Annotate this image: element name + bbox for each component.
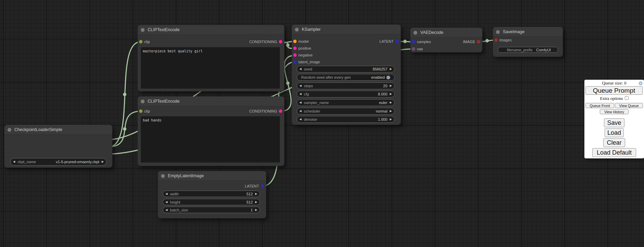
- node-title-bar[interactable]: CLIPTextEncode: [138, 25, 284, 35]
- decrement-arrow-icon[interactable]: [163, 201, 170, 204]
- widget-label: cfg: [304, 92, 309, 96]
- node-title-bar[interactable]: SaveImage: [493, 27, 563, 37]
- increment-arrow-icon[interactable]: [253, 201, 260, 204]
- model-port-icon[interactable]: [293, 40, 297, 43]
- decrement-arrow-icon[interactable]: [297, 93, 304, 95]
- queue-size-label: Queue size:: [602, 80, 623, 86]
- increment-arrow-icon[interactable]: [253, 209, 260, 211]
- load-default-button[interactable]: Load Default: [592, 148, 636, 157]
- decrement-arrow-icon[interactable]: [297, 118, 304, 121]
- increment-arrow-icon[interactable]: [387, 118, 394, 121]
- increment-arrow-icon[interactable]: [387, 68, 394, 70]
- image-port-icon[interactable]: [477, 40, 480, 43]
- collapse-dot-icon[interactable]: [295, 28, 299, 31]
- collapse-dot-icon[interactable]: [413, 31, 417, 35]
- batch-size-widget[interactable]: batch_size 1: [163, 207, 260, 213]
- clear-button[interactable]: Clear: [603, 138, 625, 147]
- increment-arrow-icon[interactable]: [387, 84, 394, 87]
- decrement-arrow-icon[interactable]: [297, 110, 304, 113]
- queue-front-button[interactable]: Queue Front: [585, 103, 614, 108]
- denoise-widget[interactable]: denoise 1.000: [297, 116, 395, 123]
- node-title: CLIPTextEncode: [148, 99, 179, 104]
- node-empty-latent-image[interactable]: EmptyLatentImage LATENT width 512 height…: [158, 171, 266, 218]
- node-title: KSampler: [302, 27, 321, 32]
- cfg-widget[interactable]: cfg 8.000: [297, 91, 395, 98]
- collapse-dot-icon[interactable]: [141, 28, 145, 32]
- node-checkpoint-loader-simple[interactable]: CheckpointLoaderSimple MODEL CLIP VAE ck…: [4, 125, 112, 168]
- node-clip-text-encode-negative[interactable]: CLIPTextEncode clip CONDITIONING bad han…: [138, 96, 284, 166]
- settings-gear-icon[interactable]: ⚙: [639, 80, 643, 87]
- latent-port-icon[interactable]: [261, 184, 264, 188]
- image-port-icon[interactable]: [494, 38, 498, 42]
- link-midpoint-dot: [286, 81, 289, 85]
- increment-arrow-icon[interactable]: [387, 93, 394, 95]
- widget-label: width: [170, 192, 179, 196]
- filename-prefix-widget[interactable]: filename_prefix ComfyUI: [498, 47, 558, 53]
- node-title-bar[interactable]: CheckpointLoaderSimple: [4, 125, 112, 135]
- decrement-arrow-icon[interactable]: [163, 193, 170, 195]
- input-vae: vae: [410, 47, 423, 51]
- prompt-textarea[interactable]: masterpiece best quality girl: [141, 47, 280, 89]
- scheduler-widget[interactable]: scheduler normal: [297, 108, 395, 115]
- link-midpoint-dot: [403, 40, 407, 43]
- view-history-button[interactable]: View History: [600, 109, 629, 114]
- increment-arrow-icon[interactable]: [99, 160, 106, 163]
- node-vae-decode[interactable]: VAEDecode samples vae IMAGE: [410, 28, 482, 52]
- save-button[interactable]: Save: [604, 118, 624, 127]
- conditioning-port-icon[interactable]: [279, 109, 282, 113]
- widget-label: scheduler: [304, 109, 320, 113]
- decrement-arrow-icon[interactable]: [11, 160, 17, 163]
- node-title-bar[interactable]: CLIPTextEncode: [138, 96, 284, 106]
- seed-widget[interactable]: seed 8566257: [297, 66, 395, 73]
- port-label: CONDITIONING: [249, 40, 277, 44]
- conditioning-port-icon[interactable]: [279, 40, 282, 43]
- node-save-image[interactable]: SaveImage images filename_prefix ComfyUI: [493, 27, 563, 57]
- widget-value: 512: [179, 192, 253, 196]
- view-queue-button[interactable]: View Queue: [615, 103, 643, 108]
- clip-port-icon[interactable]: [139, 109, 143, 113]
- node-clip-text-encode-positive[interactable]: CLIPTextEncode clip CONDITIONING masterp…: [138, 25, 284, 91]
- sampler-name-widget[interactable]: sampler_name euler: [297, 99, 395, 106]
- collapse-dot-icon[interactable]: [141, 100, 145, 103]
- conditioning-port-icon[interactable]: [293, 47, 297, 50]
- queue-prompt-button[interactable]: Queue Prompt: [585, 86, 643, 95]
- height-widget[interactable]: height 512: [163, 199, 260, 205]
- latent-port-icon[interactable]: [412, 40, 415, 43]
- extra-options-checkbox[interactable]: [625, 96, 629, 100]
- node-title-bar[interactable]: VAEDecode: [410, 28, 482, 38]
- node-title: CLIPTextEncode: [148, 27, 179, 32]
- widget-label: ckpt_name: [17, 160, 36, 164]
- collapse-dot-icon[interactable]: [496, 30, 500, 34]
- node-title-bar[interactable]: KSampler: [292, 25, 401, 35]
- collapse-dot-icon[interactable]: [8, 128, 11, 132]
- increment-arrow-icon[interactable]: [387, 101, 394, 104]
- steps-widget[interactable]: steps 20: [297, 82, 395, 89]
- latent-port-icon[interactable]: [395, 40, 399, 43]
- decrement-arrow-icon[interactable]: [297, 68, 304, 70]
- width-widget[interactable]: width 512: [163, 191, 260, 197]
- graph-canvas[interactable]: CheckpointLoaderSimple MODEL CLIP VAE ck…: [0, 0, 644, 247]
- ckpt-name-widget[interactable]: ckpt_name v1-5-pruned-emaonly.ckpt: [10, 158, 107, 166]
- node-title-bar[interactable]: EmptyLatentImage: [158, 171, 266, 181]
- prompt-textarea[interactable]: bad hands: [141, 116, 280, 162]
- decrement-arrow-icon[interactable]: [297, 84, 304, 87]
- output-latent: LATENT: [380, 39, 401, 44]
- decrement-arrow-icon[interactable]: [163, 209, 170, 211]
- clip-port-icon[interactable]: [139, 40, 143, 43]
- collapse-dot-icon[interactable]: [161, 174, 165, 178]
- toggle-on-icon[interactable]: [386, 76, 390, 79]
- node-ksampler[interactable]: KSampler model positive negative latent_…: [292, 25, 401, 125]
- output-image: IMAGE: [463, 39, 482, 44]
- increment-arrow-icon[interactable]: [387, 110, 394, 113]
- latent-port-icon[interactable]: [293, 60, 297, 64]
- increment-arrow-icon[interactable]: [253, 193, 260, 195]
- random-seed-toggle-widget[interactable]: Random seed after every gen enabled: [297, 74, 395, 81]
- widget-value: 20: [313, 84, 387, 88]
- port-label: CONDITIONING: [249, 109, 277, 113]
- widget-value: 8566257: [312, 67, 387, 71]
- widget-value: 8.000: [309, 92, 387, 96]
- load-button[interactable]: Load: [605, 128, 624, 137]
- decrement-arrow-icon[interactable]: [297, 101, 304, 104]
- vae-port-icon[interactable]: [412, 47, 415, 51]
- conditioning-port-icon[interactable]: [293, 53, 297, 57]
